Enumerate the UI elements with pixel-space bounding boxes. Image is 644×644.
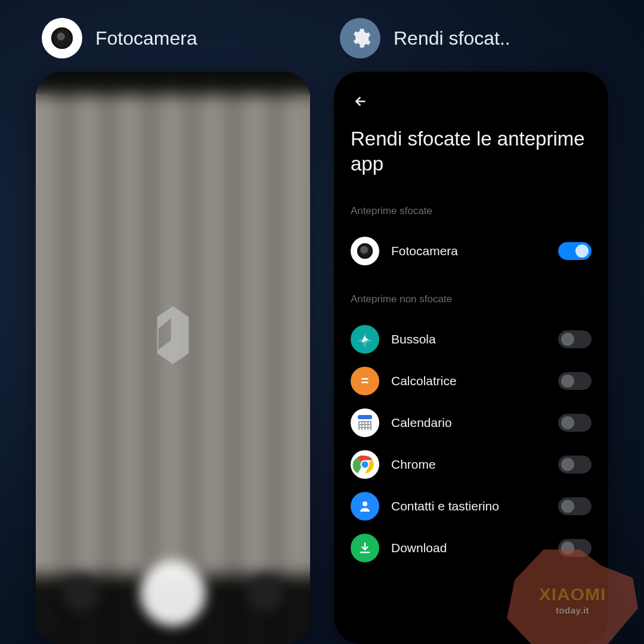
- app-row-download[interactable]: Download: [351, 527, 592, 569]
- app-name: Bussola: [391, 332, 546, 346]
- toggle-contatti[interactable]: [558, 497, 592, 515]
- camera-icon: [42, 18, 82, 58]
- compass-icon: [351, 325, 379, 354]
- card-header: Fotocamera: [36, 18, 310, 58]
- app-name: Calendario: [391, 416, 546, 430]
- calculator-icon: =: [351, 367, 379, 395]
- card-title: Fotocamera: [95, 27, 197, 49]
- gear-icon: [340, 18, 380, 58]
- app-row-chrome[interactable]: Chrome: [351, 444, 592, 485]
- toggle-calcolatrice[interactable]: [558, 372, 592, 390]
- calendar-icon: [351, 408, 379, 437]
- section-clear-label: Anteprime non sfocate: [351, 293, 592, 305]
- app-name: Download: [391, 541, 546, 555]
- recents-view: Fotocamera Rendi sfocat.. Rendi sfocate …: [0, 0, 644, 644]
- app-name: Calcolatrice: [391, 374, 546, 388]
- settings-blur-previews-screen[interactable]: Rendi sfocate le anteprime app Anteprime…: [334, 72, 608, 644]
- back-button[interactable]: [351, 93, 367, 110]
- app-row-calendario[interactable]: Calendario: [351, 402, 592, 444]
- app-row-bussola[interactable]: Bussola: [351, 318, 592, 360]
- camera-icon: [351, 237, 379, 265]
- card-title: Rendi sfocat..: [394, 27, 510, 49]
- toggle-calendario[interactable]: [558, 414, 592, 432]
- app-row-fotocamera[interactable]: Fotocamera: [351, 230, 592, 272]
- toggle-fotocamera[interactable]: [558, 242, 592, 260]
- recents-card-fotocamera[interactable]: Fotocamera: [36, 18, 310, 644]
- chrome-icon: [351, 450, 379, 479]
- contacts-icon: [351, 492, 379, 521]
- toggle-bussola[interactable]: [558, 330, 592, 348]
- miui-logo-icon: [140, 302, 206, 368]
- toggle-download[interactable]: [558, 539, 592, 557]
- blurred-preview[interactable]: [36, 72, 310, 644]
- app-row-contatti[interactable]: Contatti e tastierino: [351, 485, 592, 527]
- download-icon: [351, 534, 379, 562]
- section-blurred-label: Anteprime sfocate: [351, 205, 592, 217]
- app-name: Contatti e tastierino: [391, 499, 546, 513]
- app-name: Fotocamera: [391, 244, 546, 258]
- page-title: Rendi sfocate le anteprime app: [351, 126, 592, 177]
- card-header: Rendi sfocat..: [334, 18, 608, 58]
- app-row-calcolatrice[interactable]: = Calcolatrice: [351, 360, 592, 402]
- app-name: Chrome: [391, 457, 546, 472]
- recents-card-settings[interactable]: Rendi sfocat.. Rendi sfocate le anteprim…: [334, 18, 608, 644]
- toggle-chrome[interactable]: [558, 456, 592, 473]
- svg-point-3: [363, 501, 367, 506]
- camera-controls-blurred: [36, 561, 310, 626]
